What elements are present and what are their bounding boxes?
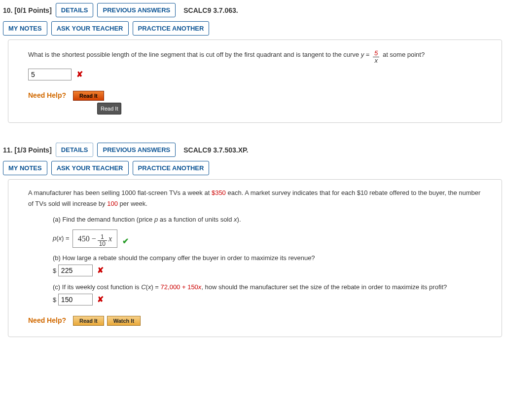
intro-text: A manufacturer has been selling 1000 fla… <box>28 188 482 209</box>
practice-another-button[interactable]: PRACTICE ANOTHER <box>133 161 210 175</box>
answer-row: ✘ <box>28 68 482 81</box>
read-it-button[interactable]: Read It <box>73 91 104 101</box>
help-row: Need Help? Read It Watch It <box>28 315 482 327</box>
question-10-header-row-1: 10. [0/1 Points] DETAILS PREVIOUS ANSWER… <box>3 3 502 17</box>
part-a-prompt: (a) Find the demand function (price p as… <box>53 214 482 225</box>
cost-highlight: 72,000 + 150x <box>161 283 202 291</box>
answer-input[interactable] <box>28 69 72 80</box>
wrong-icon: ✘ <box>97 266 104 274</box>
ask-teacher-button[interactable]: ASK YOUR TEACHER <box>51 161 129 175</box>
question-10-header-row-2: MY NOTES ASK YOUR TEACHER PRACTICE ANOTH… <box>3 21 502 36</box>
question-10: 10. [0/1 Points] DETAILS PREVIOUS ANSWER… <box>3 3 502 123</box>
question-11-header-row-2: MY NOTES ASK YOUR TEACHER PRACTICE ANOTH… <box>3 161 502 175</box>
wrong-icon: ✘ <box>97 295 104 304</box>
question-11-header-row-1: 11. [1/3 Points] DETAILS PREVIOUS ANSWER… <box>3 143 502 157</box>
price-highlight: $350 <box>212 189 226 196</box>
question-11-body: A manufacturer has been selling 1000 fla… <box>8 179 502 337</box>
fraction-denominator: x <box>373 57 379 64</box>
help-row: Need Help? Read It <box>28 90 482 102</box>
question-prompt: What is the shortest possible length of … <box>28 48 482 63</box>
part-a-answer-box[interactable]: 450 − 1 10 x <box>72 229 118 248</box>
book-reference: SCALC9 3.7.503.XP. <box>183 146 248 154</box>
read-it-tooltip: Read It <box>97 103 121 115</box>
part-c-answer-input[interactable] <box>58 294 93 305</box>
part-c: (c) If its weekly cost function is C(x) … <box>53 282 482 306</box>
question-10-body: What is the shortest possible length of … <box>8 39 502 123</box>
part-b: (b) How large a rebate should the compan… <box>53 253 482 277</box>
ask-teacher-button[interactable]: ASK YOUR TEACHER <box>51 21 129 36</box>
question-11: 11. [1/3 Points] DETAILS PREVIOUS ANSWER… <box>3 143 502 337</box>
details-button[interactable]: DETAILS <box>56 3 94 17</box>
need-help-label: Need Help? <box>28 315 66 327</box>
part-a: (a) Find the demand function (price p as… <box>53 214 482 247</box>
part-c-prompt: (c) If its weekly cost function is C(x) … <box>53 282 482 293</box>
correct-icon: ✔ <box>122 234 129 248</box>
my-notes-button[interactable]: MY NOTES <box>3 161 47 175</box>
fraction-numerator: 5 <box>373 50 379 57</box>
my-notes-button[interactable]: MY NOTES <box>3 21 47 36</box>
practice-another-button[interactable]: PRACTICE ANOTHER <box>133 21 210 36</box>
part-b-answer-input[interactable] <box>58 265 93 276</box>
need-help-label: Need Help? <box>28 90 66 102</box>
question-number: 10. [0/1 Points] <box>3 6 52 14</box>
details-button[interactable]: DETAILS <box>56 143 94 157</box>
watch-it-button[interactable]: Watch It <box>107 316 141 326</box>
previous-answers-button[interactable]: PREVIOUS ANSWERS <box>97 143 176 157</box>
increase-highlight: 100 <box>107 200 118 207</box>
wrong-icon: ✘ <box>76 70 83 78</box>
part-b-prompt: (b) How large a rebate should the compan… <box>53 253 482 264</box>
question-number: 11. [1/3 Points] <box>3 146 52 154</box>
book-reference: SCALC9 3.7.063. <box>183 6 238 14</box>
read-it-button[interactable]: Read It <box>73 316 104 326</box>
previous-answers-button[interactable]: PREVIOUS ANSWERS <box>97 3 176 17</box>
